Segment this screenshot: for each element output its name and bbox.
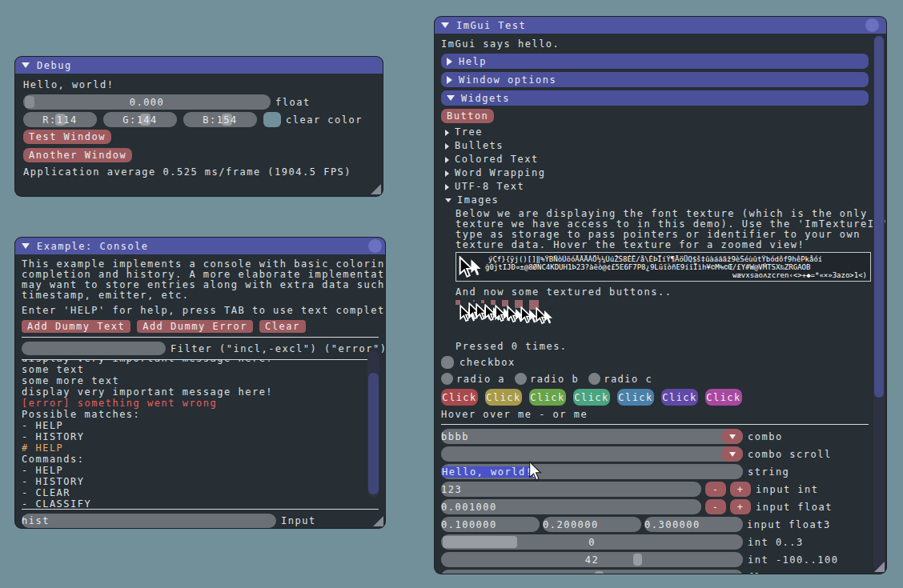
click-button-2[interactable]: Click: [485, 389, 522, 406]
float-slider-label: float: [275, 97, 311, 108]
tree-node-utf8-text[interactable]: UTF-8 Text: [441, 180, 869, 194]
int-range-slider-label: int -100..100: [748, 554, 838, 566]
tree-arrow-icon: [445, 170, 449, 177]
input-int-label: input int: [756, 484, 819, 495]
slider-grab[interactable]: [25, 96, 34, 108]
collapse-arrow-icon[interactable]: [22, 243, 30, 249]
increment-button[interactable]: +: [730, 482, 751, 497]
tree-node-bullets[interactable]: Bullets: [441, 139, 869, 153]
combo-scroll-select[interactable]: [441, 446, 743, 462]
combo-arrow-button[interactable]: [722, 446, 743, 462]
header-help[interactable]: Help: [441, 54, 869, 69]
tree-node-label: Tree: [455, 126, 483, 139]
int-slider[interactable]: 0: [441, 534, 743, 550]
int-slider-value: 0: [588, 537, 596, 548]
log-line: some more text: [22, 375, 379, 386]
close-button[interactable]: [865, 18, 879, 32]
test-window-button[interactable]: Test Window: [23, 130, 111, 144]
radio-c-label: radio c: [604, 374, 652, 385]
resize-grip[interactable]: [373, 516, 383, 526]
click-button-7[interactable]: Click: [705, 389, 742, 406]
add-dummy-text-button[interactable]: Add Dummy Text: [22, 320, 130, 333]
scrollbar-thumb[interactable]: [368, 373, 379, 494]
red-slider[interactable]: R:114: [23, 112, 97, 127]
tree-node-tree[interactable]: Tree: [441, 126, 869, 139]
mouse-cursor-icon: [528, 461, 542, 482]
string-input[interactable]: Hello, world!: [441, 464, 743, 479]
window-title: Debug: [37, 60, 72, 71]
console-titlebar[interactable]: Example: Console: [15, 238, 385, 254]
combo-select[interactable]: bbbb: [441, 429, 743, 444]
window-title: ImGui Test: [456, 20, 526, 31]
input-float-value: 0.001000: [441, 502, 497, 513]
input-int-field[interactable]: 123: [441, 482, 701, 497]
blue-slider[interactable]: B:154: [183, 112, 257, 127]
float-slider[interactable]: 0.000: [23, 94, 271, 110]
imgui-test-window: ImGui Test ImGui says hello. Help Window…: [434, 16, 887, 574]
radio-a-label: radio a: [456, 374, 505, 385]
click-button-4[interactable]: Click: [573, 389, 610, 406]
console-command-input[interactable]: hist: [22, 514, 276, 528]
imgui-test-titlebar[interactable]: ImGui Test: [435, 17, 886, 34]
combo-scroll-label: combo scroll: [748, 449, 832, 460]
float-slider[interactable]: 4.432: [441, 570, 743, 574]
slider-grab[interactable]: [633, 554, 642, 566]
close-button[interactable]: [368, 239, 382, 253]
input-float3-field-y[interactable]: 0.200000: [543, 517, 641, 532]
string-input-value: Hello, world!: [441, 466, 533, 478]
collapse-arrow-icon[interactable]: [441, 22, 449, 28]
scrollbar[interactable]: [873, 34, 885, 570]
button-widget[interactable]: Button: [441, 109, 494, 123]
log-line-error: [error] something went wrong: [22, 398, 379, 409]
click-button-1[interactable]: Click: [441, 389, 478, 406]
combo-arrow-button[interactable]: [722, 429, 743, 444]
decrement-button[interactable]: -: [705, 482, 726, 497]
input-float3-field-x[interactable]: 0.100000: [441, 517, 540, 532]
radio-c[interactable]: [588, 373, 600, 385]
filter-input[interactable]: [22, 342, 166, 355]
string-input-label: string: [748, 466, 789, 478]
float-slider-label: float: [748, 572, 783, 575]
intro-line: timestamp, emitter, etc.: [22, 290, 379, 301]
header-widgets[interactable]: Widgets: [441, 90, 869, 106]
increment-button[interactable]: +: [730, 499, 751, 514]
radio-a[interactable]: [441, 373, 453, 385]
add-dummy-error-button[interactable]: Add Dummy Error: [137, 320, 253, 333]
scrollbar[interactable]: [367, 350, 379, 498]
input-float3-field-z[interactable]: 0.300000: [644, 517, 743, 532]
radio-b[interactable]: [515, 373, 527, 385]
tree-node-images[interactable]: Images: [441, 194, 869, 207]
resize-grip[interactable]: [371, 184, 381, 194]
font-texture-image[interactable]: ýÇf}{ÿj()[]‖%ÝBÑòÛöóÂÃÄÀÖ½¼ÙúŽŠ8ÉÊ/å\ÈÞÏ…: [456, 252, 871, 282]
decrement-button[interactable]: -: [705, 499, 726, 514]
tree-node-colored-text[interactable]: Colored Text: [441, 153, 869, 166]
clear-button[interactable]: Clear: [259, 320, 306, 333]
input-float-field[interactable]: 0.001000: [441, 499, 701, 514]
click-button-5[interactable]: Click: [617, 389, 654, 406]
resize-grip[interactable]: [874, 562, 885, 572]
another-window-button[interactable]: Another Window: [23, 148, 132, 162]
float-slider-value: 0.000: [130, 97, 165, 108]
green-slider[interactable]: G:144: [103, 112, 177, 127]
header-window-options[interactable]: Window options: [441, 72, 869, 87]
image-button-3[interactable]: [473, 300, 475, 302]
hover-text[interactable]: Hover over me - or me: [441, 409, 869, 420]
log-line: - CLASSIFY: [22, 498, 379, 509]
collapsed-arrow-icon: [447, 58, 452, 66]
slider-grab[interactable]: [443, 536, 517, 548]
collapse-arrow-icon[interactable]: [22, 62, 30, 68]
click-button-6[interactable]: Click: [661, 389, 698, 406]
int-range-slider[interactable]: 42: [441, 552, 743, 567]
image-button-1[interactable]: [456, 300, 460, 305]
tree-node-word-wrapping[interactable]: Word Wrapping: [441, 166, 869, 180]
scrollbar-thumb[interactable]: [874, 36, 884, 398]
chevron-down-icon: [729, 452, 736, 457]
clear-color-swatch[interactable]: [263, 112, 281, 127]
tree-node-label: Word Wrapping: [455, 166, 545, 180]
checkbox[interactable]: [441, 356, 454, 369]
header-label: Widgets: [461, 93, 510, 104]
console-log-region[interactable]: display very important message here! som…: [22, 360, 379, 509]
input-float-label: input float: [756, 502, 833, 513]
debug-titlebar[interactable]: Debug: [15, 57, 383, 74]
click-button-3[interactable]: Click: [529, 389, 566, 406]
